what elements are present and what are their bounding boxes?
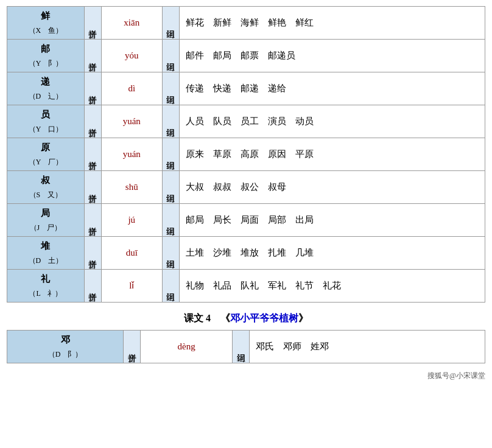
section2-main: 邓小平爷爷植树 <box>230 313 298 323</box>
pinyin-value: duī <box>101 237 162 270</box>
group-label: 组词 <box>162 72 179 105</box>
pinyin-value: shū <box>101 171 162 204</box>
char-cell: 原（Y 厂） <box>7 138 85 171</box>
table2: 邓（D 阝）拼音dèng组词邓氏 邓师 姓邓 <box>7 330 485 363</box>
pinyin-value: dèng <box>141 331 233 363</box>
pinyin-label: 拼音 <box>124 331 141 363</box>
pinyin-label: 拼音 <box>84 204 101 237</box>
char-cell: 堆（D 土） <box>7 237 85 270</box>
char-cell: 叔（S 又） <box>7 171 85 204</box>
char-cell: 员（Y 口） <box>7 105 85 138</box>
group-label: 组词 <box>233 331 250 363</box>
pinyin-label: 拼音 <box>84 40 101 72</box>
char-cell: 礼（L 礻） <box>7 270 85 303</box>
section2-prefix: 课文 4 《 <box>184 313 230 323</box>
table1: 鲜（X 鱼）拼音xiān组词鲜花 新鲜 海鲜 鲜艳 鲜红邮（Y 阝）拼音yóu组… <box>7 6 485 303</box>
pinyin-label: 拼音 <box>84 105 101 138</box>
group-label: 组词 <box>162 237 179 270</box>
pinyin-label: 拼音 <box>84 237 101 270</box>
footer: 搜狐号@小宋课堂 <box>7 371 485 381</box>
page-container: 鲜（X 鱼）拼音xiān组词鲜花 新鲜 海鲜 鲜艳 鲜红邮（Y 阝）拼音yóu组… <box>7 6 485 381</box>
pinyin-value: yuán <box>101 105 162 138</box>
pinyin-label: 拼音 <box>84 171 101 204</box>
pinyin-value: lǐ <box>101 270 162 303</box>
group-label: 组词 <box>162 204 179 237</box>
group-label: 组词 <box>162 171 179 204</box>
pinyin-value: jú <box>101 204 162 237</box>
words-cell: 原来 草原 高原 原因 平原 <box>179 138 485 171</box>
group-label: 组词 <box>162 270 179 303</box>
pinyin-label: 拼音 <box>84 7 101 40</box>
section2-title: 课文 4 《邓小平爷爷植树》 <box>7 312 485 325</box>
pinyin-value: xiān <box>101 7 162 40</box>
char-cell: 鲜（X 鱼） <box>7 7 85 40</box>
pinyin-label: 拼音 <box>84 72 101 105</box>
words-cell: 邓氏 邓师 姓邓 <box>250 331 485 363</box>
words-cell: 人员 队员 员工 演员 动员 <box>179 105 485 138</box>
group-label: 组词 <box>162 105 179 138</box>
words-cell: 邮件 邮局 邮票 邮递员 <box>179 40 485 72</box>
group-label: 组词 <box>162 7 179 40</box>
pinyin-value: yuán <box>101 138 162 171</box>
char-cell: 局（J 尸） <box>7 204 85 237</box>
pinyin-label: 拼音 <box>84 138 101 171</box>
words-cell: 礼物 礼品 队礼 军礼 礼节 礼花 <box>179 270 485 303</box>
pinyin-label: 拼音 <box>84 270 101 303</box>
section2-suffix: 》 <box>298 313 308 323</box>
footer-text: 搜狐号@小宋课堂 <box>427 371 485 380</box>
group-label: 组词 <box>162 40 179 72</box>
pinyin-value: dì <box>101 72 162 105</box>
words-cell: 土堆 沙堆 堆放 扎堆 几堆 <box>179 237 485 270</box>
words-cell: 邮局 局长 局面 局部 出局 <box>179 204 485 237</box>
char-cell: 邮（Y 阝） <box>7 40 85 72</box>
group-label: 组词 <box>162 138 179 171</box>
char-cell: 递（D 辶） <box>7 72 85 105</box>
words-cell: 大叔 叔叔 叔公 叔母 <box>179 171 485 204</box>
words-cell: 鲜花 新鲜 海鲜 鲜艳 鲜红 <box>179 7 485 40</box>
words-cell: 传递 快递 邮递 递给 <box>179 72 485 105</box>
char-cell: 邓（D 阝） <box>7 331 124 363</box>
pinyin-value: yóu <box>101 40 162 72</box>
